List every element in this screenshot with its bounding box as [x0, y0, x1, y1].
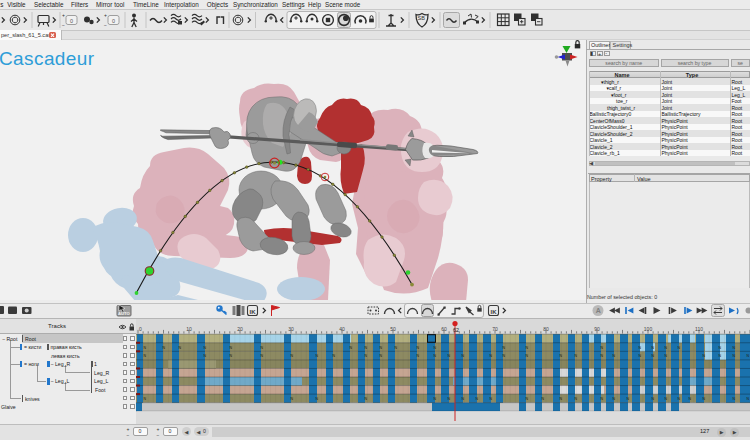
svg-text:−: −: [62, 22, 65, 28]
svg-text:110: 110: [695, 326, 703, 332]
svg-text:62: 62: [453, 327, 459, 333]
svg-text:50: 50: [390, 326, 396, 332]
svg-text:AUTO: AUTO: [118, 311, 131, 316]
svg-text:IK: IK: [250, 309, 257, 315]
svg-text:40: 40: [339, 326, 345, 332]
svg-text:0: 0: [139, 326, 142, 332]
svg-text:100: 100: [644, 326, 653, 332]
svg-text:0: 0: [112, 18, 115, 24]
svg-text:90: 90: [594, 326, 600, 332]
svg-text:+: +: [104, 12, 107, 18]
svg-text:−: −: [104, 22, 107, 28]
svg-text:IK: IK: [491, 309, 498, 315]
svg-text:SB: SB: [418, 15, 426, 21]
svg-text:20: 20: [237, 326, 243, 332]
svg-text:30: 30: [288, 326, 294, 332]
svg-text:+: +: [62, 12, 65, 18]
svg-text:10: 10: [186, 326, 192, 332]
svg-text:60: 60: [441, 326, 447, 332]
svg-text:A: A: [596, 307, 601, 314]
svg-text:0: 0: [70, 18, 73, 24]
svg-text:80: 80: [543, 326, 549, 332]
svg-text:70: 70: [492, 326, 498, 332]
